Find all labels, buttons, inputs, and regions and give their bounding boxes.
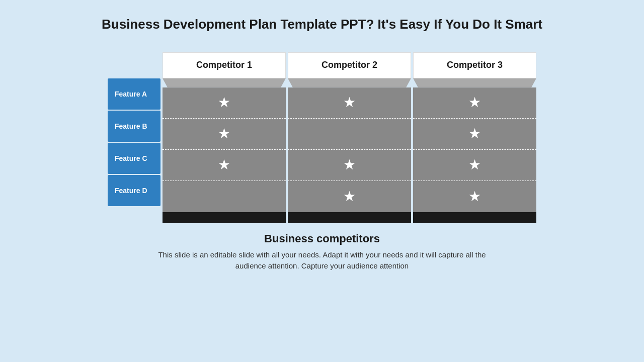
competitor-2-header: Competitor 2 [288, 52, 411, 78]
competitor-3-footer [413, 212, 536, 223]
star-icon-3d: ★ [468, 190, 481, 204]
bottom-caption: Business competitors This slide is an ed… [146, 232, 498, 272]
main-content: Feature A Feature B Feature C Feature D … [0, 38, 644, 362]
caption-description: This slide is an editable slide with all… [146, 249, 498, 272]
competitor-3-body: ★ ★ ★ ★ [413, 87, 536, 212]
competitor-3-cell-d: ★ [413, 181, 536, 212]
features-column: Feature A Feature B Feature C Feature D [108, 78, 160, 223]
competitor-2-body: ★ ★ ★ [288, 87, 411, 212]
competitor-2-angled [288, 78, 411, 87]
caption-title: Business competitors [146, 232, 498, 245]
competitor-1-header: Competitor 1 [163, 52, 286, 78]
competitor-1-footer [163, 212, 286, 223]
competitor-col-3: Competitor 3 ★ ★ ★ ★ [413, 52, 536, 223]
competitor-1-cell-b: ★ [163, 119, 286, 150]
competitor-col-2: Competitor 2 ★ ★ ★ [288, 52, 411, 223]
competitor-1-angled [163, 78, 286, 87]
feature-label-d: Feature D [108, 175, 160, 206]
star-icon-2d: ★ [343, 190, 356, 204]
star-icon-3a: ★ [468, 96, 481, 110]
comparison-table: Feature A Feature B Feature C Feature D … [108, 52, 536, 223]
competitor-1-cell-a: ★ [163, 87, 286, 119]
star-icon-3b: ★ [468, 127, 481, 141]
competitor-2-cell-b [288, 119, 411, 150]
competitor-3-cell-b: ★ [413, 119, 536, 150]
page-title: Business Development Plan Template PPT? … [71, 16, 573, 33]
star-icon-2a: ★ [343, 96, 356, 110]
feature-label-c: Feature C [108, 143, 160, 174]
star-icon-1b: ★ [218, 127, 230, 141]
competitor-1-cell-c: ★ [163, 150, 286, 181]
star-icon-3c: ★ [468, 158, 481, 172]
competitor-3-header: Competitor 3 [413, 52, 536, 78]
competitor-3-cell-c: ★ [413, 150, 536, 181]
star-icon-2c: ★ [343, 158, 356, 172]
star-icon-1a: ★ [218, 96, 230, 110]
competitor-1-body: ★ ★ ★ [163, 87, 286, 212]
competitor-2-footer [288, 212, 411, 223]
feature-label-b: Feature B [108, 111, 160, 142]
competitor-2-cell-d: ★ [288, 181, 411, 212]
competitor-1-cell-d [163, 181, 286, 212]
feature-label-a: Feature A [108, 78, 160, 110]
star-icon-1c: ★ [218, 158, 230, 172]
competitor-3-cell-a: ★ [413, 87, 536, 119]
competitor-col-1: Competitor 1 ★ ★ ★ [163, 52, 286, 223]
competitor-3-angled [413, 78, 536, 87]
competitor-2-cell-a: ★ [288, 87, 411, 119]
competitor-2-cell-c: ★ [288, 150, 411, 181]
